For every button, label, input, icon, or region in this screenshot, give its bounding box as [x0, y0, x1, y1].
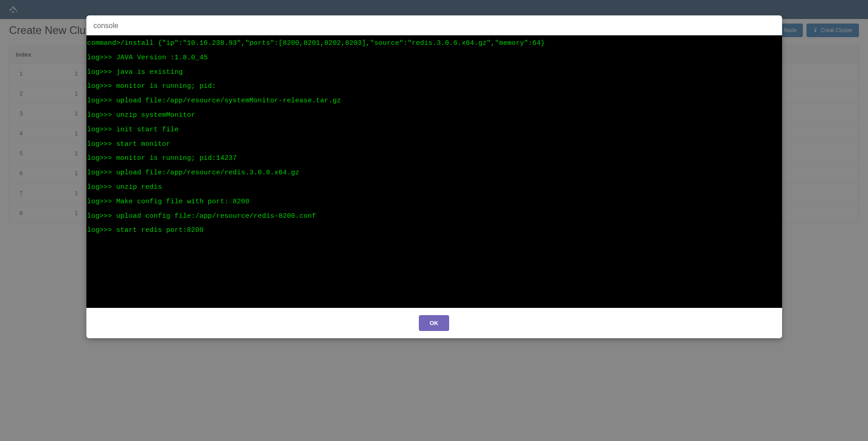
- console-modal: console command>/install {"ip":"10.16.23…: [86, 15, 782, 338]
- modal-header: console: [86, 15, 782, 35]
- console-line: log>>> unzip systemMonitor: [87, 108, 781, 123]
- ok-button[interactable]: OK: [419, 315, 450, 331]
- console-line: log>>> start redis port:8200: [87, 223, 781, 238]
- console-line: log>>> upload config file:/app/resource/…: [87, 209, 781, 224]
- console-line: log>>> unzip redis: [87, 180, 781, 195]
- console-line: log>>> Make config file with port: 8200: [87, 195, 781, 209]
- console-line: log>>> monitor is running; pid:14237: [87, 151, 781, 166]
- console-line: log>>> upload file:/app/resource/systemM…: [87, 94, 781, 108]
- console-line: log>>> init start file: [87, 123, 781, 137]
- console-output: command>/install {"ip":"10.16.238.93","p…: [86, 35, 782, 308]
- console-line: command>/install {"ip":"10.16.238.93","p…: [87, 36, 781, 51]
- modal-title: console: [94, 22, 775, 30]
- console-line: log>>> upload file:/app/resource/redis.3…: [87, 166, 781, 180]
- console-line: log>>> monitor is running; pid:: [87, 79, 781, 94]
- console-line: log>>> java is existing: [87, 65, 781, 80]
- console-line: log>>> JAVA Version :1.8.0_45: [87, 51, 781, 65]
- console-line: log>>> start monitor: [87, 137, 781, 152]
- modal-footer: OK: [86, 308, 782, 338]
- modal-overlay: console command>/install {"ip":"10.16.23…: [0, 0, 868, 441]
